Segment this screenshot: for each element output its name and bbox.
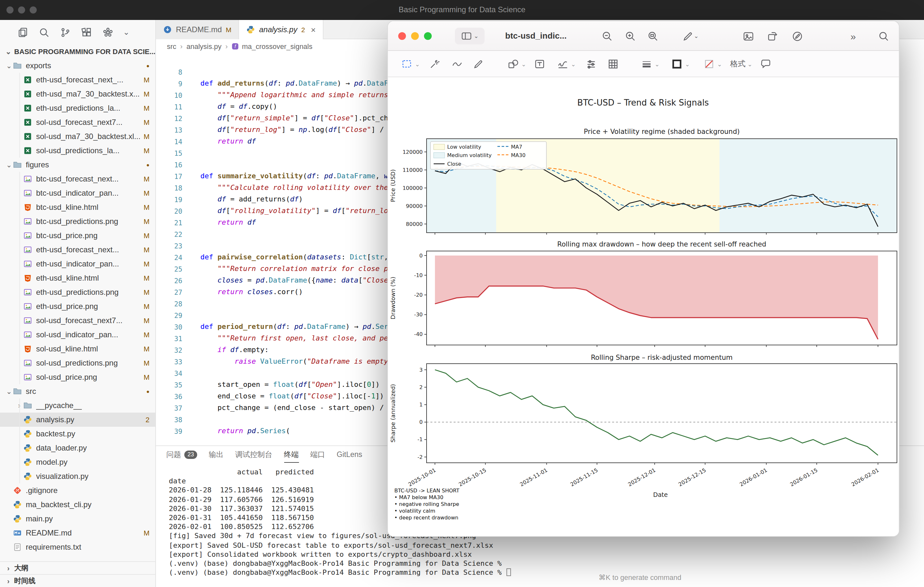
breadcrumb-item[interactable]: src: [167, 42, 176, 50]
git-status-badge: M: [144, 133, 150, 140]
file-name: sol-usd_forecast_next7...: [36, 316, 122, 325]
image-file-icon: [23, 372, 33, 382]
text-tool-icon[interactable]: [533, 57, 546, 71]
tree-item-requirements-txt[interactable]: requirements.txt: [0, 540, 155, 554]
tree-item-btc-usd-forecast-next[interactable]: btc-usd_forecast_next...M: [0, 172, 155, 186]
tree-item-btc-usd-indicator-pan[interactable]: btc-usd_indicator_pan...M: [0, 186, 155, 200]
tree-item-readme-md[interactable]: README.mdM: [0, 526, 155, 540]
tree-item-pycache[interactable]: ›__pycache__: [0, 398, 155, 413]
zoom-out-icon[interactable]: [601, 30, 614, 43]
chevron-down-icon: ⌄: [415, 61, 420, 67]
tree-item-sol-usd-indicator-pan[interactable]: sol-usd_indicator_pan...M: [0, 327, 155, 342]
svg-text:Price + Volatility regime (sha: Price + Volatility regime (shaded backgr…: [584, 128, 740, 135]
shapes-tool-icon[interactable]: ⌄: [507, 57, 526, 71]
svg-text:• deep recent drawdown: • deep recent drawdown: [394, 515, 459, 521]
tab-readme[interactable]: README.mdM: [156, 20, 239, 39]
explorer-section-header[interactable]: ⌄ BASIC PROGRAMMING FOR DATA SCIE...: [0, 44, 155, 59]
tree-item-gitignore[interactable]: .gitignore: [0, 483, 155, 498]
tree-item-sol-usd-predictions-la[interactable]: sol-usd_predictions_la...M: [0, 143, 155, 158]
tree-item-ma-backtest-cli-py[interactable]: ma_backtest_cli.py: [0, 498, 155, 512]
draw-tool-icon[interactable]: [472, 57, 485, 71]
line-style-dropdown[interactable]: ⌄: [640, 57, 660, 71]
tree-item-sol-usd-price-png[interactable]: sol-usd_price.pngM: [0, 370, 155, 384]
sidebar-toggle-button[interactable]: ⌄: [455, 28, 485, 44]
tree-item-figures[interactable]: ⌄figures●: [0, 158, 155, 172]
panel-tab-ports[interactable]: 端口: [310, 446, 325, 463]
timeline-section[interactable]: › 时间线: [0, 574, 155, 587]
panel-tab-problems[interactable]: 问题23: [166, 446, 197, 463]
tree-item-exports[interactable]: ⌄exports●: [0, 59, 155, 73]
adjust-tool-icon[interactable]: [585, 57, 597, 71]
tree-item-main-py[interactable]: main.py: [0, 512, 155, 526]
zoom-in-icon[interactable]: [624, 30, 637, 43]
preview-close-button[interactable]: [398, 32, 406, 40]
rotate-left-icon[interactable]: [766, 30, 778, 43]
tree-item-eth-usd-forecast-next[interactable]: eth-usd_forecast_next...M: [0, 243, 155, 257]
search-icon[interactable]: [38, 26, 50, 38]
tree-item-btc-usd-kline-html[interactable]: btc-usd_kline.htmlM: [0, 200, 155, 214]
tree-item-backtest-py[interactable]: backtest.py: [0, 427, 155, 441]
file-name: sol-usd_kline.html: [36, 344, 98, 354]
toolbar-overflow-icon[interactable]: »: [846, 30, 860, 43]
image-file-icon: [23, 358, 33, 368]
svg-text:-40: -40: [414, 331, 423, 337]
zoom-fit-icon[interactable]: [646, 30, 659, 43]
format-dropdown[interactable]: 格式⌄: [730, 57, 752, 71]
border-color-picker[interactable]: ⌄: [671, 57, 690, 71]
markup-pen-icon[interactable]: [790, 30, 804, 43]
breadcrumb-item[interactable]: fma_crossover_signals: [232, 42, 312, 50]
extension-flower-icon[interactable]: [102, 26, 114, 38]
tree-item-visualization-py[interactable]: visualization.py: [0, 469, 155, 483]
tree-item-eth-usd-indicator-pan[interactable]: eth-usd_indicator_pan...M: [0, 257, 155, 271]
tab-analysis[interactable]: analysis.py2×: [239, 20, 323, 39]
source-control-icon[interactable]: [59, 26, 71, 38]
git-status-badge: M: [144, 217, 150, 225]
activity-overflow-chevron-icon[interactable]: ⌄: [123, 28, 130, 37]
panel-tab-terminal[interactable]: 终端: [284, 446, 299, 463]
tree-item-btc-usd-price-png[interactable]: btc-usd_price.pngM: [0, 229, 155, 243]
tree-item-sol-usd-kline-html[interactable]: sol-usd_kline.htmlM: [0, 342, 155, 356]
breadcrumb-item[interactable]: analysis.py: [186, 42, 222, 50]
signature-tool-icon[interactable]: ⌄: [557, 57, 576, 71]
indent-guide: [19, 257, 20, 271]
tree-item-eth-usd-kline-html[interactable]: eth-usd_kline.htmlM: [0, 271, 155, 285]
close-icon[interactable]: ×: [311, 25, 316, 35]
search-icon[interactable]: [877, 30, 890, 43]
git-status-badge: M: [144, 175, 150, 183]
tree-item-src[interactable]: ⌄src●: [0, 384, 155, 398]
preview-minimize-button[interactable]: [411, 32, 419, 40]
line-number: 29: [156, 309, 182, 321]
fill-color-picker[interactable]: ⌄: [703, 57, 722, 71]
tree-item-model-py[interactable]: model.py: [0, 455, 155, 469]
table-tool-icon[interactable]: [607, 57, 619, 71]
panel-tab-gitlens[interactable]: GitLens: [337, 446, 362, 463]
sketch-tool-icon[interactable]: [451, 57, 463, 71]
preview-zoom-button[interactable]: [424, 32, 432, 40]
instant-alpha-icon[interactable]: [429, 57, 441, 71]
tree-item-eth-usd-predictions-la[interactable]: eth-usd_predictions_la...M: [0, 101, 155, 115]
tree-item-eth-usd-ma7-30-backtest-x[interactable]: eth-usd_ma7_30_backtest.x...M: [0, 87, 155, 101]
panel-tab-output[interactable]: 输出: [209, 446, 224, 463]
selection-tool-icon[interactable]: ⌄: [401, 57, 420, 71]
file-name: ma_backtest_cli.py: [26, 500, 91, 509]
explorer-icon[interactable]: [17, 26, 28, 38]
tree-item-sol-usd-forecast-next7[interactable]: sol-usd_forecast_next7...M: [0, 314, 155, 327]
outline-section[interactable]: › 大纲: [0, 561, 155, 574]
tree-item-sol-usd-ma7-30-backtest-xl[interactable]: sol-usd_ma7_30_backtest.xl...M: [0, 129, 155, 143]
image-adjust-icon[interactable]: [742, 30, 754, 43]
tree-item-sol-usd-forecast-next7[interactable]: sol-usd_forecast_next7...M: [0, 115, 155, 129]
highlighter-tool-icon[interactable]: ⌄: [679, 30, 701, 43]
markdown-file-icon: [13, 528, 23, 538]
annotate-bubble-icon[interactable]: [760, 57, 772, 71]
tree-item-eth-usd-forecast-next[interactable]: eth-usd_forecast_next_...M: [0, 73, 155, 87]
panel-tab-debug-console[interactable]: 调试控制台: [235, 446, 272, 463]
tree-item-sol-usd-predictions-png[interactable]: sol-usd_predictions.pngM: [0, 356, 155, 370]
tree-item-btc-usd-predictions-png[interactable]: btc-usd_predictions.pngM: [0, 214, 155, 229]
tree-item-eth-usd-predictions-png[interactable]: eth-usd_predictions.pngM: [0, 285, 155, 299]
tree-item-eth-usd-price-png[interactable]: eth-usd_price.pngM: [0, 299, 155, 314]
xlsx-file-icon: [23, 89, 33, 99]
tree-item-data-loader-py[interactable]: data_loader.py: [0, 441, 155, 455]
tree-item-analysis-py[interactable]: analysis.py2: [0, 413, 155, 427]
git-file-icon: [13, 486, 23, 495]
extensions-icon[interactable]: [81, 26, 92, 38]
